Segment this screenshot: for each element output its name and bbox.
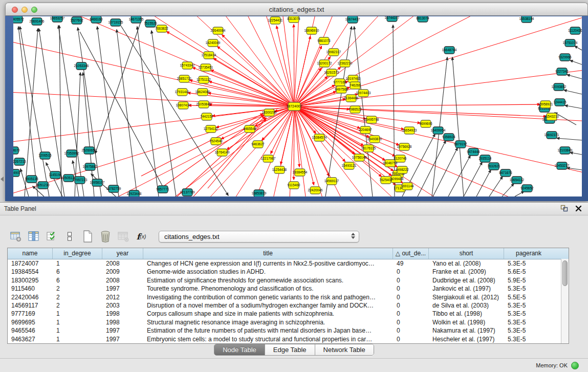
graph-node[interactable]: 19384554: [293, 169, 308, 176]
table-row[interactable]: 1872400712008Changes of HCN gene express…: [8, 259, 569, 268]
column-header-short[interactable]: short: [429, 248, 504, 259]
table-row[interactable]: 946362711997Embryonic stem cells: a mode…: [8, 335, 569, 343]
function-builder-icon[interactable]: f(x): [135, 230, 148, 243]
graph-node[interactable]: 2267213: [13, 158, 26, 165]
graph-node[interactable]: 14671355: [129, 16, 144, 23]
graph-node[interactable]: 12137789: [180, 189, 195, 196]
graph-node[interactable]: 11120436: [568, 27, 582, 34]
graph-node[interactable]: 15493870: [367, 136, 382, 143]
delete-trash-icon[interactable]: [99, 230, 112, 243]
table-row[interactable]: 1938455462009Genome-wide association stu…: [8, 268, 569, 276]
graph-node[interactable]: 22640084: [211, 27, 226, 34]
graph-node[interactable]: 7632621: [487, 163, 500, 170]
graph-node[interactable]: 16409954: [431, 127, 446, 134]
graph-node[interactable]: 16648784: [442, 47, 457, 54]
graph-node[interactable]: 9245652: [520, 185, 534, 192]
table-row[interactable]: 977716911998Corpus callosum shape and si…: [8, 310, 569, 318]
vertical-scrollbar[interactable]: [561, 259, 569, 343]
graph-node[interactable]: 17957223: [73, 177, 88, 184]
table-settings-icon[interactable]: [9, 230, 23, 243]
graph-node[interactable]: 10654112: [510, 177, 525, 184]
table-row[interactable]: 1456911722003Disruption of a novel membe…: [8, 301, 569, 310]
column-header-name[interactable]: name: [8, 248, 53, 259]
column-header-out_de[interactable]: △ out_de...: [393, 248, 429, 259]
tab-edge-table[interactable]: Edge Table: [265, 344, 315, 355]
graph-node[interactable]: 12103849: [558, 147, 573, 154]
graph-node[interactable]: 14569117: [324, 178, 339, 185]
network-canvas[interactable]: 2405572206914061065325715276028466160107…: [13, 16, 582, 196]
graph-node[interactable]: 1691144: [401, 183, 414, 190]
graph-node[interactable]: 16176115: [361, 145, 376, 152]
graph-node[interactable]: 20851731: [177, 75, 192, 82]
graph-node[interactable]: 8313074: [287, 16, 300, 23]
graph-node[interactable]: 10975887: [83, 163, 98, 170]
graph-node[interactable]: 16538194: [519, 16, 534, 23]
graph-node[interactable]: 12362210: [338, 60, 353, 67]
graph-node[interactable]: 16744377: [385, 16, 400, 21]
graph-node[interactable]: 9358924: [442, 134, 455, 141]
graph-node[interactable]: 16764149: [215, 149, 230, 156]
graph-node[interactable]: 1206515: [38, 152, 52, 159]
graph-node[interactable]: 8471676: [499, 169, 512, 177]
graph-node[interactable]: 15982317: [326, 49, 341, 56]
graph-node[interactable]: 22420046: [308, 187, 323, 194]
graph-node[interactable]: 5051230: [36, 182, 50, 189]
graph-node[interactable]: 8466160: [90, 16, 103, 23]
graph-node[interactable]: 8497568: [335, 86, 348, 93]
graph-node[interactable]: 2204697: [359, 126, 372, 134]
graph-node[interactable]: 7625402: [379, 177, 393, 184]
graph-node[interactable]: 18624080: [195, 89, 210, 96]
select-columns-icon[interactable]: [27, 230, 40, 243]
graph-node[interactable]: 1904907: [13, 169, 21, 177]
graph-node[interactable]: 12254431: [268, 17, 283, 24]
graph-node[interactable]: 15493121: [342, 162, 357, 169]
graph-node[interactable]: 12923448: [127, 190, 142, 196]
float-panel-icon[interactable]: [560, 205, 568, 214]
graph-node[interactable]: 7515526: [144, 20, 157, 27]
graph-node[interactable]: 21053845: [197, 101, 211, 108]
graph-node[interactable]: 15692371: [545, 132, 559, 139]
graph-node[interactable]: 1527602: [70, 17, 83, 24]
table-row[interactable]: 946554611997Estimation of the future num…: [8, 326, 569, 335]
graph-node[interactable]: 15384574: [312, 134, 327, 141]
graph-node[interactable]: 9329966: [558, 54, 572, 61]
graph-node[interactable]: 14240049: [206, 39, 221, 47]
graph-node[interactable]: 21053346: [74, 62, 89, 70]
splitter-collapse-arrow[interactable]: [1, 177, 4, 182]
graph-node[interactable]: 9498222: [396, 166, 409, 173]
graph-node[interactable]: 8813074: [416, 16, 429, 22]
table-row[interactable]: 1830029562008Estimation of significance …: [8, 276, 569, 285]
graph-node[interactable]: 6879197: [454, 141, 467, 148]
tab-network-table[interactable]: Network Table: [315, 344, 374, 355]
graph-node[interactable]: 12754112: [204, 125, 219, 133]
table-row[interactable]: 911546021997Tourette syndrome. Phenomeno…: [8, 285, 569, 293]
graph-node[interactable]: 12751112: [197, 76, 211, 83]
graph-node[interactable]: 15743342: [180, 62, 195, 69]
graph-node[interactable]: 9777169: [333, 79, 346, 86]
graph-node[interactable]: 16654923: [402, 127, 417, 134]
graph-node[interactable]: 10453217: [555, 162, 570, 169]
graph-node[interactable]: 7442157: [200, 113, 213, 120]
graph-node[interactable]: 17518414: [202, 52, 216, 59]
graph-node[interactable]: 21364486: [344, 95, 359, 102]
row-checks-icon[interactable]: [45, 230, 58, 243]
window-titlebar[interactable]: citations_edges.txt: [5, 3, 588, 16]
graph-node[interactable]: 15751074: [563, 39, 578, 47]
graph-node[interactable]: 9474444: [467, 148, 480, 156]
graph-node[interactable]: 7986522: [349, 106, 362, 113]
graph-node[interactable]: 746266: [350, 82, 361, 89]
graph-node[interactable]: 2405572: [13, 16, 24, 23]
graph-node[interactable]: 9465546: [243, 125, 256, 133]
new-file-icon[interactable]: [81, 230, 94, 243]
graph-node[interactable]: 7524540: [209, 138, 223, 145]
graph-node[interactable]: 7663822: [155, 25, 168, 32]
graph-node[interactable]: 9861073: [317, 37, 331, 45]
row-height-icon[interactable]: [63, 230, 76, 243]
graph-node[interactable]: 11254438: [272, 166, 287, 173]
graph-node[interactable]: 2935114: [479, 155, 492, 162]
graph-node[interactable]: 10719155: [108, 19, 123, 26]
graph-node[interactable]: 9794670: [13, 147, 20, 154]
graph-node[interactable]: 10958107: [90, 179, 105, 186]
tab-node-table[interactable]: Node Table: [214, 344, 265, 355]
memory-status-indicator[interactable]: [571, 362, 579, 369]
